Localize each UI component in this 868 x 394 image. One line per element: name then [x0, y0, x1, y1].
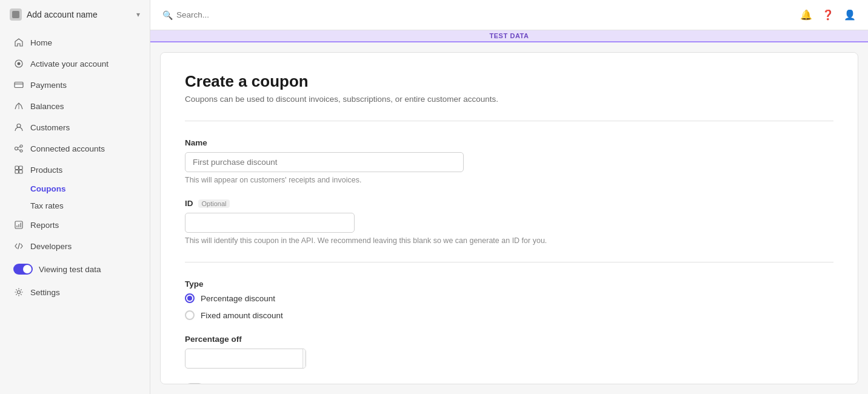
main-content: 🔍 🔔 ❓ 👤 TEST DATA Create a coupon Coupon…: [150, 0, 868, 394]
chevron-down-icon: ▾: [136, 10, 140, 19]
svg-line-10: [18, 147, 20, 148]
svg-rect-0: [12, 11, 19, 18]
sidebar-item-customers-label: Customers: [30, 123, 70, 132]
type-radio-group: Percentage discount Fixed amount discoun…: [185, 293, 833, 320]
balances-icon: [13, 101, 24, 112]
id-input[interactable]: [185, 213, 355, 233]
user-icon[interactable]: 👤: [844, 9, 856, 21]
sidebar-nav: Home Activate your account Payments Bala…: [0, 29, 150, 394]
svg-rect-14: [15, 170, 19, 174]
sidebar: Add account name ▾ Home Activate your ac…: [0, 0, 150, 394]
search-input[interactable]: [176, 10, 405, 19]
sidebar-item-home-label: Home: [30, 38, 52, 47]
fixed-amount-label: Fixed amount discount: [201, 311, 283, 320]
connected-icon: [13, 143, 24, 154]
sidebar-item-tax-rates[interactable]: Tax rates: [4, 198, 146, 214]
sidebar-item-settings-label: Settings: [30, 288, 60, 297]
percentage-discount-option[interactable]: Percentage discount: [185, 293, 833, 303]
sidebar-item-reports[interactable]: Reports: [4, 215, 146, 235]
percentage-off-field-group: Percentage off %: [185, 335, 833, 369]
test-data-toggle-switch[interactable]: [13, 264, 33, 275]
sidebar-item-activate[interactable]: Activate your account: [4, 53, 146, 74]
sidebar-item-connected-accounts[interactable]: Connected accounts: [4, 138, 146, 159]
sidebar-item-products[interactable]: Products: [4, 159, 146, 180]
developers-icon: [13, 241, 24, 252]
sidebar-item-coupons[interactable]: Coupons: [4, 181, 146, 197]
apply-specific-field-group: Apply to specific products: [185, 383, 833, 384]
optional-badge: Optional: [198, 199, 230, 208]
sidebar-item-activate-label: Activate your account: [30, 59, 109, 68]
sidebar-item-coupons-label: Coupons: [30, 184, 66, 193]
customers-icon: [13, 122, 24, 133]
name-field-group: Name This will appear on customers' rece…: [185, 138, 833, 184]
name-label: Name: [185, 138, 833, 147]
percentage-input[interactable]: [185, 349, 302, 368]
viewing-test-data-toggle[interactable]: Viewing test data: [4, 259, 146, 279]
test-data-label: Viewing test data: [39, 265, 101, 274]
home-icon: [13, 37, 24, 48]
percentage-radio[interactable]: [185, 293, 195, 303]
divider-1: [185, 121, 833, 121]
id-field-group: ID Optional This will identify this coup…: [185, 199, 833, 245]
apply-specific-toggle-row[interactable]: Apply to specific products: [185, 383, 833, 384]
fixed-amount-option[interactable]: Fixed amount discount: [185, 310, 833, 320]
name-hint: This will appear on customers' receipts …: [185, 176, 833, 184]
svg-point-8: [20, 145, 22, 147]
svg-point-7: [15, 147, 18, 150]
activate-icon: [13, 58, 24, 69]
apply-specific-toggle[interactable]: [185, 383, 204, 384]
sidebar-item-payments[interactable]: Payments: [4, 75, 146, 95]
svg-rect-15: [19, 170, 23, 174]
svg-point-9: [20, 150, 22, 152]
test-data-banner: TEST DATA: [150, 30, 868, 42]
svg-point-2: [18, 62, 21, 65]
search-wrapper: 🔍: [162, 10, 405, 20]
svg-rect-12: [15, 166, 19, 170]
search-icon: 🔍: [162, 10, 173, 20]
payments-icon: [13, 79, 24, 90]
notification-icon[interactable]: 🔔: [800, 9, 812, 21]
svg-line-11: [18, 149, 20, 150]
percentage-suffix: %: [302, 349, 306, 368]
help-icon[interactable]: ❓: [822, 9, 834, 21]
sidebar-item-balances-label: Balances: [30, 102, 64, 111]
percentage-input-wrapper: %: [185, 349, 306, 369]
svg-point-21: [18, 291, 21, 294]
svg-rect-3: [15, 82, 23, 88]
sidebar-item-customers[interactable]: Customers: [4, 117, 146, 138]
reports-icon: [13, 219, 24, 230]
topbar-actions: 🔔 ❓ 👤: [800, 9, 856, 21]
sidebar-item-developers[interactable]: Developers: [4, 236, 146, 256]
percentage-discount-label: Percentage discount: [201, 294, 275, 303]
products-icon: [13, 164, 24, 175]
form-area: Create a coupon Coupons can be used to d…: [160, 52, 858, 384]
sidebar-item-payments-label: Payments: [30, 81, 67, 90]
sidebar-item-developers-label: Developers: [30, 242, 72, 251]
sidebar-item-settings[interactable]: Settings: [4, 282, 146, 302]
percentage-off-label: Percentage off: [185, 335, 833, 344]
page-title: Create a coupon: [185, 72, 833, 91]
sidebar-item-home[interactable]: Home: [4, 32, 146, 53]
fixed-radio[interactable]: [185, 310, 195, 320]
id-label: ID Optional: [185, 199, 833, 208]
name-input[interactable]: [185, 152, 464, 172]
topbar: 🔍 🔔 ❓ 👤: [150, 0, 868, 30]
page-subtitle: Coupons can be used to discount invoices…: [185, 95, 833, 104]
type-field-group: Type Percentage discount Fixed amount di…: [185, 279, 833, 320]
sidebar-item-tax-rates-label: Tax rates: [30, 201, 64, 210]
divider-2: [185, 262, 833, 262]
settings-icon: [13, 287, 24, 298]
sidebar-item-products-label: Products: [30, 165, 62, 175]
account-icon: [10, 8, 22, 21]
account-name: Add account name: [27, 10, 98, 19]
apply-specific-label: Apply to specific products: [210, 384, 303, 385]
account-header[interactable]: Add account name ▾: [0, 0, 150, 29]
sidebar-item-connected-label: Connected accounts: [30, 144, 105, 153]
svg-line-20: [18, 243, 20, 249]
sidebar-item-reports-label: Reports: [30, 221, 59, 230]
svg-rect-13: [19, 166, 23, 170]
type-label: Type: [185, 279, 833, 289]
id-hint: This will identify this coupon in the AP…: [185, 236, 833, 245]
sidebar-item-balances[interactable]: Balances: [4, 96, 146, 116]
